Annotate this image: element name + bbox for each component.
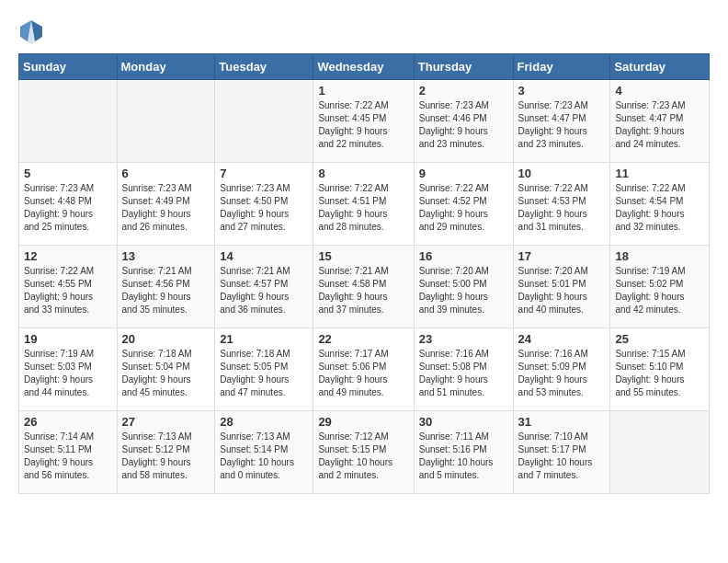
day-info: Sunrise: 7:23 AM Sunset: 4:47 PM Dayligh… <box>615 99 704 151</box>
day-info: Sunrise: 7:23 AM Sunset: 4:50 PM Dayligh… <box>220 182 308 234</box>
day-info: Sunrise: 7:16 AM Sunset: 5:09 PM Dayligh… <box>518 348 606 399</box>
calendar-cell: 6Sunrise: 7:23 AM Sunset: 4:49 PM Daylig… <box>117 163 215 246</box>
calendar-cell: 16Sunrise: 7:20 AM Sunset: 5:00 PM Dayli… <box>414 246 513 328</box>
weekday-header-monday: Monday <box>117 54 215 80</box>
day-number: 12 <box>24 249 112 263</box>
day-info: Sunrise: 7:23 AM Sunset: 4:49 PM Dayligh… <box>122 182 210 234</box>
day-number: 1 <box>318 84 408 98</box>
day-info: Sunrise: 7:16 AM Sunset: 5:08 PM Dayligh… <box>419 348 508 399</box>
calendar-cell: 17Sunrise: 7:20 AM Sunset: 5:01 PM Dayli… <box>513 246 610 328</box>
day-info: Sunrise: 7:13 AM Sunset: 5:12 PM Dayligh… <box>122 431 210 482</box>
calendar-cell: 4Sunrise: 7:23 AM Sunset: 4:47 PM Daylig… <box>610 80 710 163</box>
day-number: 22 <box>318 332 408 346</box>
weekday-header-wednesday: Wednesday <box>313 54 414 80</box>
day-info: Sunrise: 7:19 AM Sunset: 5:03 PM Dayligh… <box>24 348 112 399</box>
day-info: Sunrise: 7:12 AM Sunset: 5:15 PM Dayligh… <box>318 431 408 482</box>
day-number: 21 <box>220 332 308 346</box>
weekday-header-sunday: Sunday <box>19 54 118 80</box>
logo <box>18 18 48 44</box>
calendar-cell: 5Sunrise: 7:23 AM Sunset: 4:48 PM Daylig… <box>19 163 118 246</box>
calendar-cell <box>117 80 215 163</box>
day-info: Sunrise: 7:20 AM Sunset: 5:00 PM Dayligh… <box>419 265 508 316</box>
calendar-cell <box>610 411 710 494</box>
calendar-week-0: 1Sunrise: 7:22 AM Sunset: 4:45 PM Daylig… <box>19 80 710 163</box>
day-info: Sunrise: 7:21 AM Sunset: 4:58 PM Dayligh… <box>318 265 408 316</box>
day-number: 15 <box>318 249 408 263</box>
calendar-cell <box>215 80 313 163</box>
day-number: 2 <box>419 84 508 98</box>
calendar-cell: 1Sunrise: 7:22 AM Sunset: 4:45 PM Daylig… <box>313 80 414 163</box>
day-info: Sunrise: 7:23 AM Sunset: 4:47 PM Dayligh… <box>518 99 606 151</box>
day-info: Sunrise: 7:15 AM Sunset: 5:10 PM Dayligh… <box>615 348 704 399</box>
weekday-header-row: SundayMondayTuesdayWednesdayThursdayFrid… <box>19 54 710 80</box>
calendar-cell <box>19 80 118 163</box>
day-number: 6 <box>122 167 210 180</box>
day-info: Sunrise: 7:22 AM Sunset: 4:51 PM Dayligh… <box>318 182 408 234</box>
calendar-cell: 30Sunrise: 7:11 AM Sunset: 5:16 PM Dayli… <box>414 411 513 494</box>
weekday-header-thursday: Thursday <box>414 54 513 80</box>
day-info: Sunrise: 7:17 AM Sunset: 5:06 PM Dayligh… <box>318 348 408 399</box>
calendar-table: SundayMondayTuesdayWednesdayThursdayFrid… <box>18 53 710 494</box>
day-number: 3 <box>518 84 606 98</box>
day-info: Sunrise: 7:14 AM Sunset: 5:11 PM Dayligh… <box>24 431 112 482</box>
calendar-cell: 10Sunrise: 7:22 AM Sunset: 4:53 PM Dayli… <box>513 163 610 246</box>
day-number: 27 <box>122 415 210 429</box>
day-info: Sunrise: 7:13 AM Sunset: 5:14 PM Dayligh… <box>220 431 308 482</box>
calendar-cell: 13Sunrise: 7:21 AM Sunset: 4:56 PM Dayli… <box>117 246 215 328</box>
calendar-cell: 26Sunrise: 7:14 AM Sunset: 5:11 PM Dayli… <box>19 411 118 494</box>
calendar-cell: 2Sunrise: 7:23 AM Sunset: 4:46 PM Daylig… <box>414 80 513 163</box>
calendar-cell: 31Sunrise: 7:10 AM Sunset: 5:17 PM Dayli… <box>513 411 610 494</box>
day-number: 19 <box>24 332 112 346</box>
calendar-cell: 28Sunrise: 7:13 AM Sunset: 5:14 PM Dayli… <box>215 411 313 494</box>
day-info: Sunrise: 7:22 AM Sunset: 4:54 PM Dayligh… <box>615 182 704 234</box>
calendar-cell: 23Sunrise: 7:16 AM Sunset: 5:08 PM Dayli… <box>414 328 513 411</box>
day-info: Sunrise: 7:23 AM Sunset: 4:48 PM Dayligh… <box>24 182 112 234</box>
day-number: 11 <box>615 167 704 180</box>
weekday-header-saturday: Saturday <box>610 54 710 80</box>
day-info: Sunrise: 7:22 AM Sunset: 4:52 PM Dayligh… <box>419 182 508 234</box>
day-number: 20 <box>122 332 210 346</box>
day-number: 23 <box>419 332 508 346</box>
calendar-cell: 15Sunrise: 7:21 AM Sunset: 4:58 PM Dayli… <box>313 246 414 328</box>
day-number: 28 <box>220 415 308 429</box>
day-number: 25 <box>615 332 704 346</box>
calendar-header: SundayMondayTuesdayWednesdayThursdayFrid… <box>19 54 710 80</box>
calendar-week-1: 5Sunrise: 7:23 AM Sunset: 4:48 PM Daylig… <box>19 163 710 246</box>
calendar-cell: 19Sunrise: 7:19 AM Sunset: 5:03 PM Dayli… <box>19 328 118 411</box>
day-number: 16 <box>419 249 508 263</box>
calendar-cell: 21Sunrise: 7:18 AM Sunset: 5:05 PM Dayli… <box>215 328 313 411</box>
calendar-week-3: 19Sunrise: 7:19 AM Sunset: 5:03 PM Dayli… <box>19 328 710 411</box>
calendar-cell: 14Sunrise: 7:21 AM Sunset: 4:57 PM Dayli… <box>215 246 313 328</box>
day-number: 4 <box>615 84 704 98</box>
day-number: 9 <box>419 167 508 180</box>
day-number: 13 <box>122 249 210 263</box>
day-info: Sunrise: 7:19 AM Sunset: 5:02 PM Dayligh… <box>615 265 704 316</box>
day-info: Sunrise: 7:22 AM Sunset: 4:45 PM Dayligh… <box>318 99 408 151</box>
calendar-cell: 12Sunrise: 7:22 AM Sunset: 4:55 PM Dayli… <box>19 246 118 328</box>
day-number: 7 <box>220 167 308 180</box>
logo-icon <box>18 18 44 44</box>
day-info: Sunrise: 7:22 AM Sunset: 4:55 PM Dayligh… <box>24 265 112 316</box>
calendar-cell: 9Sunrise: 7:22 AM Sunset: 4:52 PM Daylig… <box>414 163 513 246</box>
weekday-header-tuesday: Tuesday <box>215 54 313 80</box>
calendar-cell: 27Sunrise: 7:13 AM Sunset: 5:12 PM Dayli… <box>117 411 215 494</box>
calendar-cell: 29Sunrise: 7:12 AM Sunset: 5:15 PM Dayli… <box>313 411 414 494</box>
day-info: Sunrise: 7:21 AM Sunset: 4:57 PM Dayligh… <box>220 265 308 316</box>
calendar-cell: 3Sunrise: 7:23 AM Sunset: 4:47 PM Daylig… <box>513 80 610 163</box>
calendar-cell: 25Sunrise: 7:15 AM Sunset: 5:10 PM Dayli… <box>610 328 710 411</box>
day-info: Sunrise: 7:10 AM Sunset: 5:17 PM Dayligh… <box>518 431 606 482</box>
calendar-body: 1Sunrise: 7:22 AM Sunset: 4:45 PM Daylig… <box>19 80 710 494</box>
calendar-cell: 8Sunrise: 7:22 AM Sunset: 4:51 PM Daylig… <box>313 163 414 246</box>
day-number: 5 <box>24 167 112 180</box>
page-header <box>18 18 710 44</box>
day-number: 24 <box>518 332 606 346</box>
day-number: 30 <box>419 415 508 429</box>
calendar-week-2: 12Sunrise: 7:22 AM Sunset: 4:55 PM Dayli… <box>19 246 710 328</box>
calendar-week-4: 26Sunrise: 7:14 AM Sunset: 5:11 PM Dayli… <box>19 411 710 494</box>
day-info: Sunrise: 7:18 AM Sunset: 5:05 PM Dayligh… <box>220 348 308 399</box>
calendar-cell: 18Sunrise: 7:19 AM Sunset: 5:02 PM Dayli… <box>610 246 710 328</box>
day-number: 14 <box>220 249 308 263</box>
day-info: Sunrise: 7:18 AM Sunset: 5:04 PM Dayligh… <box>122 348 210 399</box>
day-info: Sunrise: 7:20 AM Sunset: 5:01 PM Dayligh… <box>518 265 606 316</box>
day-info: Sunrise: 7:21 AM Sunset: 4:56 PM Dayligh… <box>122 265 210 316</box>
